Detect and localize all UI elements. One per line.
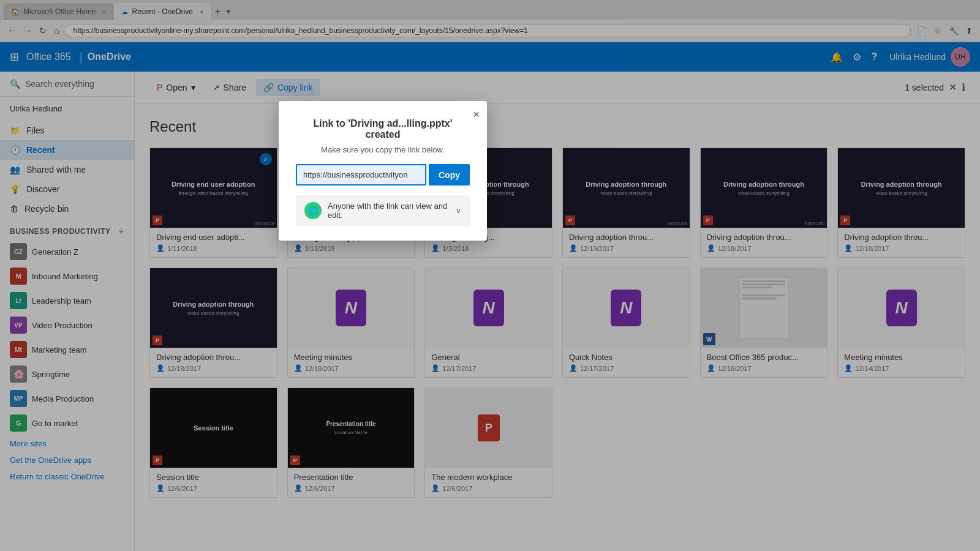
- copy-link-modal: × Link to 'Driving ad...lling.pptx' crea…: [279, 101, 487, 241]
- modal-close-button[interactable]: ×: [473, 108, 480, 121]
- modal-title: Link to 'Driving ad...lling.pptx' create…: [296, 118, 470, 140]
- chevron-down-icon: ∨: [456, 206, 461, 215]
- modal-subtitle: Make sure you copy the link below.: [296, 145, 470, 154]
- permissions-text: Anyone with the link can view and edit.: [328, 201, 450, 220]
- globe-icon: 🌐: [304, 202, 322, 219]
- modal-permissions-row[interactable]: 🌐 Anyone with the link can view and edit…: [296, 195, 470, 226]
- modal-link-input[interactable]: [296, 164, 426, 186]
- modal-copy-button[interactable]: Copy: [429, 164, 470, 186]
- modal-overlay[interactable]: × Link to 'Driving ad...lling.pptx' crea…: [0, 0, 980, 551]
- modal-link-row: Copy: [296, 164, 470, 186]
- modal-permissions-area[interactable]: 🌐 Anyone with the link can view and edit…: [296, 195, 470, 226]
